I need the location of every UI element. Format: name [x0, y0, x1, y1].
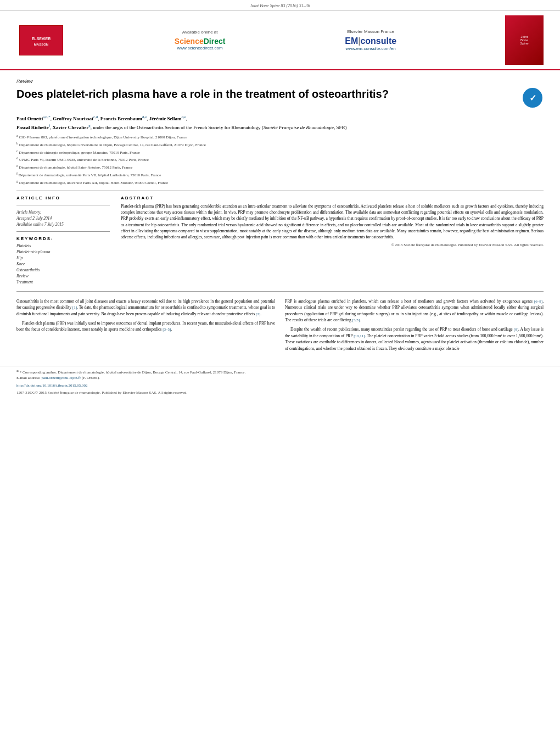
crossmark-icon: ✓ [522, 87, 544, 109]
ref-6-8[interactable]: [6–8] [534, 299, 542, 304]
available-date: Available online 7 July 2015 [16, 222, 110, 227]
affil-f: f Département de rhumatologie, universit… [16, 171, 544, 178]
author-sellam: Jérémie Sellam [149, 116, 182, 121]
article-info-title: ARTICLE INFO [16, 196, 110, 200]
article-title-row: Does platelet-rich plasma have a role in… [16, 87, 544, 109]
keyword-knee: Knee [16, 261, 110, 266]
footer-area: * * Corresponding author. Département de… [0, 366, 560, 395]
keyword-review: Review [16, 274, 110, 278]
article-title: Does platelet-rich plasma have a role in… [16, 87, 513, 101]
affil-d: d UPMC Paris VI, Inserm UMR-S938, univer… [16, 156, 544, 163]
sciencedirect-url[interactable]: www.sciencedirect.com [175, 46, 226, 51]
abstract-section: ABSTRACT Platelet-rich plasma (PRP) has … [121, 196, 544, 286]
logo-header: ELSEVIER MASSON Available online at Scie… [0, 11, 560, 70]
jbs-cover: JointBoneSpine [505, 15, 544, 65]
body-para-3: PRP is autologous plasma enriched in pla… [285, 298, 544, 323]
keyword-treatment: Treatment [16, 280, 110, 284]
ref-10-11[interactable]: [10,11] [354, 334, 365, 338]
affil-c: c Département de chirurgie orthopédique,… [16, 149, 544, 156]
accepted-date: Accepted 2 July 2014 [16, 216, 110, 221]
author-chevalier: Xavier Chevalier [53, 125, 89, 130]
em-consulte-url[interactable]: www.em-consulte.com/en [345, 46, 396, 51]
divider-1 [16, 191, 544, 191]
email-person: (P. Ornetti). [82, 376, 100, 380]
affiliations: a CIC-P Inserm 803, plateforme d'investi… [16, 133, 544, 186]
author-richette: Pascal Richette [16, 125, 49, 130]
keywords-section: Keywords: Platelets Platelet-rich plasma… [16, 236, 110, 284]
svg-text:ELSEVIER: ELSEVIER [32, 37, 51, 41]
email-label: E-mail address: [16, 376, 41, 380]
affil-b: b Département de rhumatologie, hôpital u… [16, 141, 544, 148]
sciencedirect-brand: ScienceDirect [175, 37, 226, 46]
body-col-left: Osteoarthritis is the most common of all… [16, 298, 275, 355]
direct-text: Direct [204, 37, 226, 46]
ref-9[interactable]: [9] [514, 327, 518, 332]
affil-a: a CIC-P Inserm 803, plateforme d'investi… [16, 133, 544, 141]
em-consulte-box: Elsevier Masson France EM|consulte www.e… [334, 25, 407, 55]
ref-3-5b[interactable]: [3,5] [352, 318, 360, 322]
abstract-text: Platelet-rich plasma (PRP) has been gene… [121, 203, 544, 241]
available-online-text: Available online at [175, 30, 226, 35]
doi-line: http://dx.doi.org/10.1016/j.jbspin.2015.… [16, 383, 544, 389]
author-sellam-sup: d,e [181, 115, 186, 119]
review-label: Review [16, 79, 544, 84]
sciencedirect-box: Available online at ScienceDirect www.sc… [164, 25, 237, 55]
keyword-platelets: Platelets [16, 243, 110, 248]
journal-header-bar: Joint Bone Spine 83 (2016) 31–36 [0, 0, 560, 11]
authors: Paul Ornettia,b,*, Geoffroy Nourissatc,d… [16, 114, 544, 131]
divider-info [16, 205, 110, 205]
keyword-oa: Osteoarthritis [16, 267, 110, 272]
body-para-4: Despite the wealth of recent publication… [285, 326, 544, 352]
corresponding-author-note: * * Corresponding author. Département de… [16, 369, 544, 381]
svg-text:✓: ✓ [529, 93, 536, 103]
abstract-title: ABSTRACT [121, 196, 544, 200]
info-columns: ARTICLE INFO Article history: Accepted 2… [16, 196, 544, 286]
ref-3-5[interactable]: [3–5] [163, 327, 171, 332]
history-title: Article history: [16, 210, 110, 215]
abstract-copyright: © 2015 Société française de rhumatologie… [121, 243, 544, 247]
footnote-star: * [16, 370, 19, 375]
em-consulte-brand: EM|consulte [345, 36, 396, 46]
author-nourissat: Geoffroy Nourissat [53, 116, 93, 121]
svg-text:MASSON: MASSON [34, 43, 48, 46]
ref-1[interactable]: [1] [72, 305, 77, 310]
elsevier-masson-france-text: Elsevier Masson France [345, 29, 396, 34]
corresponding-author-text: * Corresponding author. Département de r… [20, 370, 245, 375]
footer-issn: 1297-319X/© 2015 Société française de rh… [16, 390, 544, 395]
body-para-1: Osteoarthritis is the most common of all… [16, 298, 275, 317]
affil-e: e Département de rhumatologie, hôpital S… [16, 164, 544, 171]
divider-2 [16, 291, 544, 292]
elsevier-logo-img: ELSEVIER MASSON [19, 25, 63, 55]
page-wrapper: Joint Bone Spine 83 (2016) 31–36 ELSEVIE… [0, 0, 560, 742]
body-columns: Osteoarthritis is the most common of all… [16, 298, 544, 355]
author-chevalier-sup: g [88, 124, 91, 128]
divider-keywords [16, 231, 110, 232]
author-ornetti: Paul Ornetti [16, 116, 43, 121]
doi-link[interactable]: http://dx.doi.org/10.1016/j.jbspin.2015.… [16, 383, 88, 388]
em-pipe: | [358, 36, 360, 46]
author-nourissat-sup: c,d [93, 115, 98, 119]
body-col-right: PRP is autologous plasma enriched in pla… [285, 298, 544, 355]
jbs-cover-text: JointBoneSpine [520, 35, 528, 45]
elsevier-logo-svg: ELSEVIER MASSON [25, 28, 58, 53]
journal-title-top: Joint Bone Spine 83 (2016) 31–36 [250, 3, 310, 8]
article-info-panel: ARTICLE INFO Article history: Accepted 2… [16, 196, 110, 286]
author-berenbaum: Francis Berenbaum [100, 116, 142, 121]
keyword-hip: Hip [16, 255, 110, 260]
science-text: Science [175, 37, 204, 46]
main-content: Review Does platelet-rich plasma have a … [0, 70, 560, 360]
body-para-2: Platelet-rich plasma (PRP) was initially… [16, 320, 275, 333]
keywords-title: Keywords: [16, 236, 110, 241]
email-address[interactable]: paul.ornetti@chu-dijon.fr [42, 376, 81, 380]
elsevier-masson-logo: ELSEVIER MASSON [16, 25, 66, 55]
ref-2[interactable]: [2] [256, 312, 260, 316]
author-ornetti-sup: a,b,* [43, 115, 51, 119]
keyword-prp: Platelet-rich plasma [16, 249, 110, 254]
author-berenbaum-sup: d,e [142, 115, 147, 119]
affil-g: g Département de rhumatologie, universit… [16, 179, 544, 186]
society-name-italic: Société Française de Rhumatologie [264, 125, 334, 130]
author-richette-sup: f [49, 124, 50, 128]
